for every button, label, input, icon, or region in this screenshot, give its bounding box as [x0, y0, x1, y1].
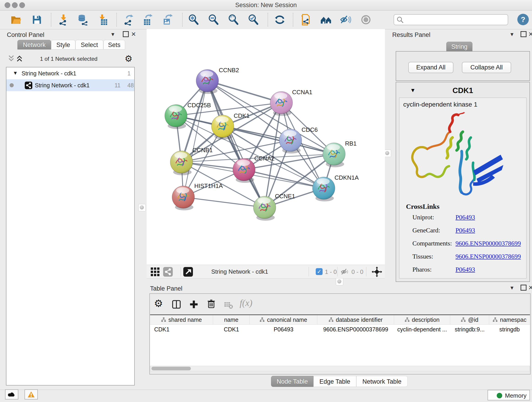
tab-style[interactable]: Style — [51, 40, 75, 50]
birds-eye-view-icon[interactable] — [163, 267, 173, 277]
control-panel-menu-icon[interactable]: ▾ — [111, 31, 114, 38]
tab-string[interactable]: String — [446, 42, 472, 51]
table-cell[interactable]: stringdb:9... — [450, 325, 489, 334]
export-table-icon[interactable] — [142, 14, 153, 26]
network-node-CCNB1[interactable] — [170, 151, 193, 175]
zoom-in-icon[interactable] — [188, 14, 199, 26]
table-row[interactable]: CDK1 CDK1 P06493 9606.ENSP00000378699 cy… — [150, 325, 530, 334]
search-input[interactable] — [405, 16, 505, 24]
network-edge[interactable] — [183, 197, 265, 207]
table-panel-close-icon[interactable]: ✕ — [528, 284, 532, 291]
column-header-canonical-name[interactable]: canonical name — [250, 315, 317, 324]
hidden-count: 0 - 0 — [351, 268, 363, 275]
import-network-icon[interactable] — [58, 14, 69, 26]
delete-column-trash-icon[interactable] — [206, 299, 216, 310]
warning-status-button[interactable] — [25, 389, 38, 400]
share-document-icon[interactable] — [300, 14, 312, 26]
help-icon[interactable]: ? — [517, 14, 529, 25]
table-settings-gear-icon[interactable]: ⚙ — [154, 298, 163, 309]
network-options-gear-icon[interactable]: ⚙ — [125, 54, 133, 64]
home-icon[interactable] — [320, 14, 332, 26]
collapse-all-button[interactable]: Collapse All — [462, 62, 511, 73]
memory-button[interactable]: Memory — [488, 390, 530, 400]
left-splitter-handle[interactable] — [138, 204, 146, 211]
table-cell[interactable]: CDK1 — [213, 325, 250, 334]
network-collection-row[interactable]: ▼ String Network - cdk1 1 — [6, 67, 134, 79]
network-edge[interactable] — [183, 81, 207, 197]
selected-checkbox[interactable]: ✓ — [316, 268, 323, 275]
collapse-all-icon[interactable] — [8, 55, 15, 63]
column-header-database-identifier[interactable]: database identifier — [317, 315, 394, 324]
node-label-HIST1H1A: HIST1H1A — [194, 182, 223, 189]
results-panel-float-icon[interactable] — [520, 31, 526, 38]
search-icon — [396, 16, 404, 24]
genecard-link[interactable]: P06493 — [456, 227, 475, 234]
tab-node-table[interactable]: Node Table — [271, 376, 313, 387]
table-panel-float-icon[interactable] — [520, 285, 526, 292]
import-table-icon[interactable] — [97, 14, 109, 26]
column-header-description[interactable]: description — [394, 315, 450, 324]
open-session-icon[interactable] — [10, 14, 22, 26]
table-panel-menu-icon[interactable]: ▾ — [510, 284, 513, 291]
tab-edge-table[interactable]: Edge Table — [313, 376, 356, 387]
table-horizontal-scrollbar[interactable] — [150, 366, 530, 371]
cloud-status-button[interactable] — [5, 389, 18, 400]
network-node-RB1[interactable] — [323, 143, 345, 167]
zoom-out-icon[interactable] — [208, 14, 219, 26]
network-node-CCNA2[interactable] — [233, 158, 255, 183]
scrollbar-thumb[interactable] — [152, 367, 191, 370]
fit-content-crosshair-icon[interactable] — [372, 267, 382, 279]
zoom-fit-icon[interactable] — [228, 14, 239, 26]
tab-network-table[interactable]: Network Table — [356, 376, 408, 387]
control-panel-float-icon[interactable] — [123, 31, 129, 38]
show-columns-icon[interactable] — [171, 299, 181, 310]
network-node-CCNA1[interactable] — [270, 91, 293, 116]
tissues-link[interactable]: 9606.ENSP00000378699 — [456, 253, 521, 260]
zoom-selected-icon[interactable] — [248, 14, 259, 26]
add-column-icon[interactable] — [189, 299, 199, 310]
network-node-CDKN1A[interactable] — [312, 177, 335, 201]
control-panel-close-icon[interactable]: ✕ — [131, 31, 136, 38]
expand-all-button[interactable]: Expand All — [408, 62, 453, 73]
results-panel-menu-icon[interactable]: ▾ — [510, 31, 513, 38]
network-node-CCNE1[interactable] — [253, 196, 276, 221]
expand-all-icon[interactable] — [16, 55, 23, 63]
column-header-name[interactable]: name — [213, 315, 250, 324]
table-cell[interactable]: CDK1 — [150, 325, 213, 334]
bottom-splitter-handle[interactable] — [336, 278, 343, 285]
tab-select[interactable]: Select — [75, 40, 103, 50]
table-cell[interactable]: 9606.ENSP00000378699 — [317, 325, 394, 334]
network-edge[interactable] — [244, 170, 324, 188]
uniprot-link[interactable]: P06493 — [456, 214, 475, 221]
network-canvas[interactable]: CCNB2CCNA1CDC25BCDK1CDC6RB1CCNB1CCNA2CDK… — [147, 29, 385, 265]
network-row[interactable]: String Network - cdk1 11 48 — [6, 79, 134, 91]
table-cell[interactable]: stringdb — [489, 325, 530, 334]
network-node-HIST1H1A[interactable] — [172, 186, 195, 211]
export-network-icon[interactable] — [123, 14, 134, 26]
network-node-CCNB2[interactable] — [196, 70, 219, 94]
collection-expand-icon[interactable]: ▼ — [13, 70, 18, 76]
pharos-link[interactable]: P06493 — [456, 266, 475, 273]
warning-icon — [27, 391, 35, 398]
results-panel-close-icon[interactable]: ✕ — [528, 31, 532, 38]
tab-sets[interactable]: Sets — [103, 40, 125, 50]
column-header-shared-name[interactable]: shared name — [150, 315, 213, 324]
import-database-icon[interactable] — [77, 14, 89, 26]
compartments-link[interactable]: 9606.ENSP00000378699 — [456, 240, 521, 247]
save-session-icon[interactable] — [31, 14, 43, 26]
column-header-id[interactable]: @id — [450, 315, 489, 324]
grid-view-icon[interactable] — [150, 267, 160, 278]
table-cell[interactable]: P06493 — [250, 325, 317, 334]
open-in-window-icon[interactable] — [183, 267, 193, 277]
export-image-icon[interactable] — [162, 14, 173, 26]
hide-panel-icon[interactable] — [340, 14, 351, 26]
network-node-CDC6[interactable] — [279, 129, 302, 153]
column-header-namespace[interactable]: namespac — [489, 315, 530, 324]
network-node-CDK1[interactable] — [211, 115, 234, 140]
table-cell[interactable]: cyclin-dependent ... — [394, 325, 450, 334]
preview-icon[interactable] — [360, 14, 372, 26]
network-node-CDC25B[interactable] — [165, 104, 187, 129]
network-edge[interactable] — [207, 81, 281, 103]
tab-network[interactable]: Network — [17, 40, 51, 50]
refresh-icon[interactable] — [274, 14, 285, 26]
